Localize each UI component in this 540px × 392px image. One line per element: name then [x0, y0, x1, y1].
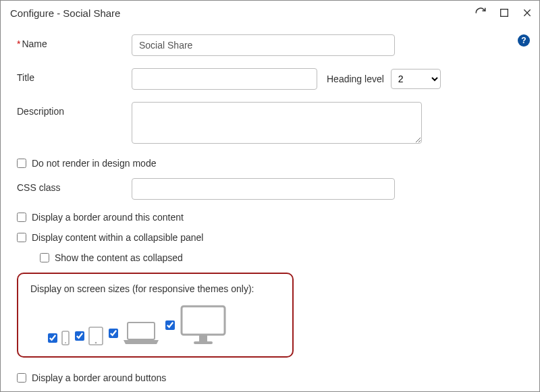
laptop-icon	[122, 321, 160, 345]
css-label: CSS class	[17, 178, 132, 193]
title-row: Title Heading level 2	[17, 68, 523, 90]
svg-rect-10	[194, 341, 213, 344]
refresh-icon[interactable]	[475, 7, 487, 19]
device-desktop	[165, 305, 227, 345]
no-render-label: Do not render in design mode	[32, 158, 156, 169]
name-row: *Name	[17, 34, 523, 56]
device-phone-checkbox[interactable]	[48, 333, 57, 343]
border-content-row: Display a border around this content	[17, 212, 523, 223]
collapsible-checkbox[interactable]	[17, 233, 26, 242]
name-input[interactable]	[132, 34, 395, 56]
device-laptop	[109, 321, 160, 345]
collapsible-label: Display content within a collapsible pan…	[32, 232, 203, 243]
responsive-section: Display on screen sizes (for responsive …	[17, 273, 294, 358]
description-input[interactable]	[132, 102, 422, 144]
border-buttons-label: Display a border around buttons	[32, 372, 166, 383]
svg-point-2	[65, 342, 66, 343]
description-label: Description	[17, 102, 132, 117]
border-buttons-row: Display a border around buttons	[17, 372, 523, 383]
device-tablet	[75, 327, 103, 345]
border-content-checkbox[interactable]	[17, 213, 26, 222]
border-content-label: Display a border around this content	[32, 212, 184, 223]
css-row: CSS class	[17, 178, 523, 200]
tablet-icon	[88, 327, 103, 345]
titlebar: Configure - Social Share	[1, 1, 539, 25]
svg-rect-0	[501, 9, 508, 17]
heading-level-label: Heading level	[327, 74, 384, 84]
close-icon[interactable]	[522, 7, 533, 18]
device-laptop-checkbox[interactable]	[109, 329, 118, 338]
svg-rect-9	[199, 335, 207, 341]
border-buttons-checkbox[interactable]	[17, 373, 26, 383]
svg-rect-8	[184, 309, 222, 331]
collapsed-label: Show the content as collapsed	[55, 252, 183, 263]
titlebar-controls	[475, 7, 533, 19]
css-input[interactable]	[132, 178, 395, 200]
svg-rect-6	[129, 324, 153, 338]
heading-level-select[interactable]: 2	[391, 69, 441, 89]
device-desktop-checkbox[interactable]	[165, 320, 175, 330]
help-icon[interactable]: ?	[518, 34, 530, 47]
no-render-checkbox[interactable]	[17, 159, 26, 168]
collapsible-row: Display content within a collapsible pan…	[17, 232, 523, 243]
desktop-icon	[179, 305, 227, 345]
collapsed-checkbox[interactable]	[40, 253, 49, 262]
svg-point-4	[95, 342, 97, 344]
window-title: Configure - Social Share	[10, 7, 120, 19]
collapsed-row: Show the content as collapsed	[40, 252, 523, 263]
phone-icon	[61, 331, 70, 345]
description-row: Description	[17, 102, 523, 146]
responsive-title: Display on screen sizes (for responsive …	[30, 283, 280, 294]
title-input[interactable]	[132, 68, 317, 90]
dialog-body[interactable]: ? *Name Title Heading level 2 Descriptio…	[1, 25, 539, 392]
device-tablet-checkbox[interactable]	[75, 331, 84, 341]
device-phone	[48, 331, 70, 345]
no-render-row: Do not render in design mode	[17, 158, 523, 169]
device-row	[30, 305, 280, 345]
name-label: *Name	[17, 34, 132, 49]
maximize-icon[interactable]	[499, 7, 510, 18]
title-label: Title	[17, 68, 132, 83]
